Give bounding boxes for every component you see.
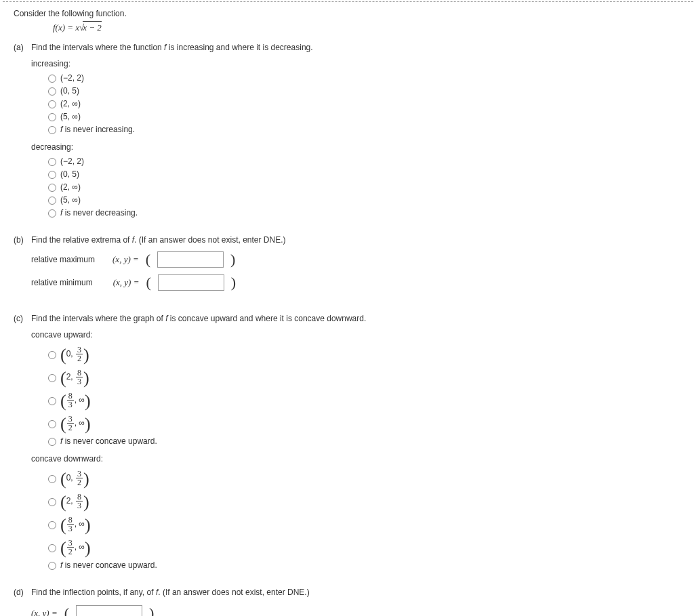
inc-opt-5[interactable]: f is never increasing. bbox=[45, 123, 693, 136]
formula-lhs: f(x) = x bbox=[53, 22, 79, 33]
concave-down-header: concave downward: bbox=[31, 454, 693, 464]
part-c-question: Find the intervals where the graph of f … bbox=[31, 314, 693, 323]
part-b-label: (b) bbox=[14, 235, 31, 297]
dn-opt-3-label: (83, ∞) bbox=[60, 514, 91, 534]
dec-opt-1-label: (−2, 2) bbox=[60, 157, 84, 166]
up-opt-2-label: (2, 83) bbox=[60, 367, 89, 387]
rel-max-label: relative maximum bbox=[31, 255, 95, 264]
dec-opt-2[interactable]: (0, 5) bbox=[45, 167, 693, 180]
increasing-header: increasing: bbox=[31, 59, 693, 68]
dec-opt-3-label: (2, ∞) bbox=[60, 182, 81, 192]
close-paren-icon: ) bbox=[230, 252, 235, 267]
part-d-question: Find the inflection points, if any, of f… bbox=[31, 588, 693, 597]
part-a-label: (a) bbox=[14, 43, 31, 219]
inc-opt-1-label: (−2, 2) bbox=[60, 73, 84, 83]
up-opt-1-label: (0, 32) bbox=[60, 344, 89, 364]
dn-opt-4-label: (32, ∞) bbox=[60, 537, 91, 557]
prompt-text: Consider the following function. bbox=[14, 9, 693, 18]
rel-min-input[interactable] bbox=[158, 274, 224, 291]
inc-opt-3[interactable]: (2, ∞) bbox=[45, 97, 693, 110]
dec-opt-3[interactable]: (2, ∞) bbox=[45, 180, 693, 193]
xy-label-min: (x, y) = bbox=[113, 277, 140, 288]
dec-opt-4-label: (5, ∞) bbox=[60, 195, 81, 205]
formula-display: f(x) = x√x − 2 bbox=[53, 22, 693, 33]
part-c-label: (c) bbox=[14, 314, 31, 571]
part-d-label: (d) bbox=[14, 588, 31, 616]
up-opt-5-label: f is never concave upward. bbox=[60, 436, 157, 446]
inc-opt-5-label: f is never increasing. bbox=[60, 125, 135, 134]
dec-opt-5-label: f is never decreasing. bbox=[60, 208, 138, 218]
concave-up-header: concave upward: bbox=[31, 330, 693, 340]
dec-opt-4[interactable]: (5, ∞) bbox=[45, 193, 693, 206]
inc-opt-2[interactable]: (0, 5) bbox=[45, 84, 693, 97]
dec-opt-2-label: (0, 5) bbox=[60, 169, 79, 179]
xy-label-max: (x, y) = bbox=[112, 254, 139, 265]
close-paren-icon: ) bbox=[149, 606, 154, 616]
dn-opt-3[interactable]: (83, ∞) bbox=[45, 512, 693, 535]
dec-opt-5[interactable]: f is never decreasing. bbox=[45, 206, 693, 219]
close-paren-icon: ) bbox=[231, 275, 236, 290]
open-paren-icon: ( bbox=[146, 275, 150, 290]
formula-radicand: x − 2 bbox=[83, 21, 102, 33]
xy-label-inflection: (x, y) = bbox=[31, 608, 58, 616]
dn-opt-2[interactable]: (2, 83) bbox=[45, 489, 693, 512]
dec-opt-1[interactable]: (−2, 2) bbox=[45, 155, 693, 167]
part-a-question: Find the intervals where the function f … bbox=[31, 43, 693, 52]
open-paren-icon: ( bbox=[64, 606, 69, 616]
up-opt-4[interactable]: (32, ∞) bbox=[45, 411, 693, 434]
inc-opt-1[interactable]: (−2, 2) bbox=[45, 71, 693, 84]
dn-opt-1[interactable]: (0, 32) bbox=[45, 466, 693, 489]
inc-opt-2-label: (0, 5) bbox=[60, 86, 79, 96]
up-opt-5[interactable]: f is never concave upward. bbox=[45, 434, 693, 447]
up-opt-3-label: (83, ∞) bbox=[60, 390, 91, 410]
dn-opt-1-label: (0, 32) bbox=[60, 468, 89, 488]
dn-opt-2-label: (2, 83) bbox=[60, 491, 89, 511]
open-paren-icon: ( bbox=[146, 252, 150, 267]
dn-opt-5[interactable]: f is never concave upward. bbox=[45, 558, 693, 571]
inflection-input[interactable] bbox=[76, 605, 142, 616]
up-opt-1[interactable]: (0, 32) bbox=[45, 342, 693, 365]
dn-opt-4[interactable]: (32, ∞) bbox=[45, 535, 693, 558]
dn-opt-5-label: f is never concave upward. bbox=[60, 560, 157, 570]
up-opt-2[interactable]: (2, 83) bbox=[45, 365, 693, 388]
part-b-question: Find the relative extrema of f. (If an a… bbox=[31, 235, 693, 245]
inc-opt-4[interactable]: (5, ∞) bbox=[45, 110, 693, 123]
up-opt-3[interactable]: (83, ∞) bbox=[45, 388, 693, 411]
inc-opt-3-label: (2, ∞) bbox=[60, 99, 81, 108]
rel-min-label: relative minimum bbox=[31, 278, 93, 287]
up-opt-4-label: (32, ∞) bbox=[60, 413, 91, 433]
inc-opt-4-label: (5, ∞) bbox=[60, 112, 81, 121]
decreasing-header: decreasing: bbox=[31, 142, 693, 152]
rel-max-input[interactable] bbox=[157, 251, 224, 268]
